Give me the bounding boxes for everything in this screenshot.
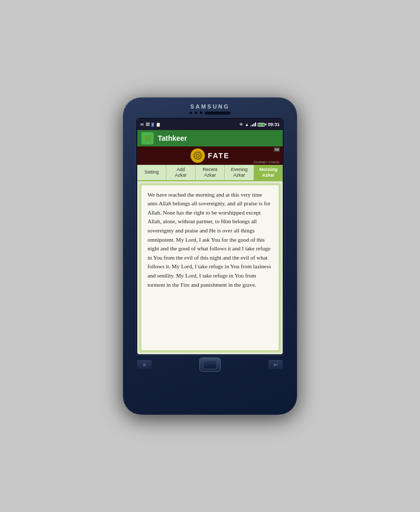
bottom-buttons: ≡ ↩ xyxy=(127,357,293,372)
phone-top: SAMSUNG xyxy=(127,102,293,117)
wifi-icon: ▲ xyxy=(245,122,249,127)
speaker-dot xyxy=(195,112,197,114)
home-button[interactable] xyxy=(199,357,221,372)
ad-logo xyxy=(191,148,205,163)
svg-point-0 xyxy=(194,152,201,159)
battery-bar xyxy=(258,123,265,126)
azkar-text: We have reached the morning and at this … xyxy=(148,190,272,290)
tab-add-azkar[interactable]: AddAzkar xyxy=(166,165,196,180)
status-icons-left: ✉ 🖼 f 📋 xyxy=(140,122,161,127)
status-time: 09:31 xyxy=(268,122,280,127)
content-area: We have reached the morning and at this … xyxy=(139,183,281,352)
tab-morning-azkar[interactable]: MorningAzkar xyxy=(254,165,283,180)
tab-evening-azkar[interactable]: EveningAzkar xyxy=(225,165,254,180)
tab-setting[interactable]: Setting xyxy=(137,165,166,180)
battery-icon xyxy=(258,123,266,126)
status-bar: ✉ 🖼 f 📋 👁 ▲ xyxy=(137,119,283,130)
signal-bar-1 xyxy=(250,125,251,126)
phone-screen: ✉ 🖼 f 📋 👁 ▲ xyxy=(137,119,283,354)
home-button-inner xyxy=(203,360,217,369)
battery-tip xyxy=(265,123,266,125)
ad-subtext: JOURNEY FORGE xyxy=(253,161,280,164)
image-icon: 🖼 xyxy=(145,122,150,127)
facebook-icon: f xyxy=(151,122,154,127)
signal-bar-3 xyxy=(254,123,255,126)
speaker-bar xyxy=(205,112,230,115)
ad-banner[interactable]: Ad FATE JOURNEY FORGE xyxy=(137,146,283,165)
app-icon: 🌿 xyxy=(141,132,154,144)
phone-bottom: ≡ ↩ xyxy=(127,357,293,372)
speaker-dots xyxy=(190,112,230,115)
signal-bars xyxy=(250,122,256,126)
ad-text: FATE xyxy=(208,152,230,160)
menu-button[interactable]: ≡ xyxy=(137,360,152,369)
app-title: Tathkeer xyxy=(158,134,187,142)
phone-device: SAMSUNG ✉ 🖼 f 📋 👁 ▲ xyxy=(123,97,297,415)
eye-icon: 👁 xyxy=(239,122,243,127)
back-icon: ↩ xyxy=(274,362,278,368)
menu-icon: ≡ xyxy=(143,362,146,368)
battery-fill xyxy=(259,123,264,126)
message-icon: ✉ xyxy=(140,122,144,127)
speaker-dot xyxy=(200,112,202,114)
tab-recent-azkar[interactable]: RecentAzkar xyxy=(196,165,225,180)
app-bar: 🌿 Tathkeer xyxy=(137,130,283,146)
signal-bar-2 xyxy=(252,124,253,126)
signal-bar-4 xyxy=(255,122,256,126)
speaker-dot xyxy=(190,112,192,114)
doc-icon: 📋 xyxy=(156,122,161,127)
samsung-logo: SAMSUNG xyxy=(190,103,229,110)
svg-point-1 xyxy=(196,154,199,157)
ad-badge: Ad xyxy=(274,147,280,152)
status-icons-right: 👁 ▲ 09:31 xyxy=(239,122,280,127)
back-button[interactable]: ↩ xyxy=(268,360,283,369)
nav-tabs: Setting AddAzkar RecentAzkar EveningAzka… xyxy=(137,165,283,181)
